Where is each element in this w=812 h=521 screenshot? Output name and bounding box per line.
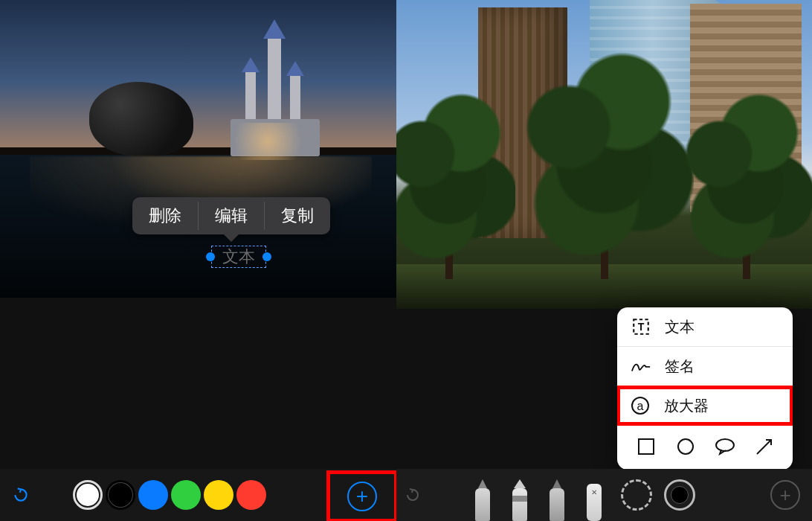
menu-item-magnifier[interactable]: a 放大器 xyxy=(617,386,793,426)
pen-icon xyxy=(478,479,487,488)
color-green[interactable] xyxy=(171,480,201,510)
resize-handle-left[interactable] xyxy=(206,252,215,261)
svg-point-6 xyxy=(716,439,734,451)
tool-marker[interactable] xyxy=(505,479,535,521)
light-glow xyxy=(223,123,312,160)
plus-icon: + xyxy=(779,484,790,507)
photo-canvas-left[interactable]: 文本 删除 编辑 复制 xyxy=(0,0,396,298)
undo-button[interactable] xyxy=(404,486,431,504)
left-toolbar: + xyxy=(0,469,396,521)
tool-lasso[interactable] xyxy=(621,479,652,511)
rectangle-icon xyxy=(637,437,656,456)
svg-text:a: a xyxy=(637,400,644,412)
color-blue[interactable] xyxy=(138,480,168,510)
menu-item-signature[interactable]: 签名 xyxy=(617,347,793,386)
color-red[interactable] xyxy=(236,480,266,510)
left-pane: 文本 删除 编辑 复制 + xyxy=(0,0,396,521)
color-white[interactable] xyxy=(73,480,103,510)
svg-rect-4 xyxy=(639,439,654,454)
photo-canvas-right[interactable] xyxy=(396,0,812,309)
context-menu: 删除 编辑 复制 xyxy=(132,197,330,234)
add-menu: T 文本 签名 a 放大器 xyxy=(617,307,793,470)
tree xyxy=(396,71,515,279)
color-black[interactable] xyxy=(106,480,135,510)
color-picker[interactable] xyxy=(664,479,695,511)
svg-text:T: T xyxy=(638,321,645,333)
tool-pen[interactable] xyxy=(468,479,497,521)
shape-rectangle[interactable] xyxy=(635,435,657,458)
tool-eraser[interactable] xyxy=(579,479,609,521)
text-annotation[interactable]: 文本 xyxy=(211,246,266,268)
menu-item-label: 文本 xyxy=(665,317,695,337)
horizon xyxy=(0,147,396,155)
tree xyxy=(679,71,812,279)
context-edit[interactable]: 编辑 xyxy=(199,197,264,234)
right-pane: T 文本 签名 a 放大器 xyxy=(396,0,812,521)
tree xyxy=(515,26,694,279)
current-color-icon xyxy=(671,486,689,504)
eraser-icon xyxy=(587,484,602,521)
undo-button[interactable] xyxy=(6,480,36,510)
plus-icon: + xyxy=(356,485,368,508)
menu-item-label: 签名 xyxy=(665,357,695,377)
text-annotation-label: 文本 xyxy=(222,246,255,268)
tool-pencil[interactable] xyxy=(542,479,572,521)
shape-row xyxy=(617,425,793,470)
context-copy[interactable]: 复制 xyxy=(265,197,330,234)
undo-icon xyxy=(404,486,422,504)
color-yellow[interactable] xyxy=(204,480,233,510)
text-icon: T xyxy=(631,316,651,337)
color-palette xyxy=(73,480,266,510)
marker-icon xyxy=(514,479,526,488)
signature-icon xyxy=(631,356,651,377)
shape-circle[interactable] xyxy=(674,435,697,458)
speech-bubble-icon xyxy=(714,437,736,456)
arrow-icon xyxy=(754,436,775,457)
svg-line-7 xyxy=(757,441,770,454)
context-delete[interactable]: 删除 xyxy=(132,197,198,234)
circle-icon xyxy=(676,437,695,456)
sky xyxy=(0,0,396,149)
add-button-highlight: + xyxy=(326,470,398,521)
undo-icon xyxy=(11,485,30,505)
add-button[interactable]: + xyxy=(770,480,800,510)
menu-item-text[interactable]: T 文本 xyxy=(617,307,793,347)
pencil-icon xyxy=(552,479,561,488)
shape-speech-bubble[interactable] xyxy=(714,435,736,458)
menu-item-label: 放大器 xyxy=(664,396,709,416)
magnifier-icon: a xyxy=(630,395,651,416)
resize-handle-right[interactable] xyxy=(262,252,271,261)
shape-arrow[interactable] xyxy=(753,435,776,458)
right-toolbar: + xyxy=(396,469,812,521)
svg-point-5 xyxy=(678,439,693,454)
add-button[interactable]: + xyxy=(347,482,377,511)
